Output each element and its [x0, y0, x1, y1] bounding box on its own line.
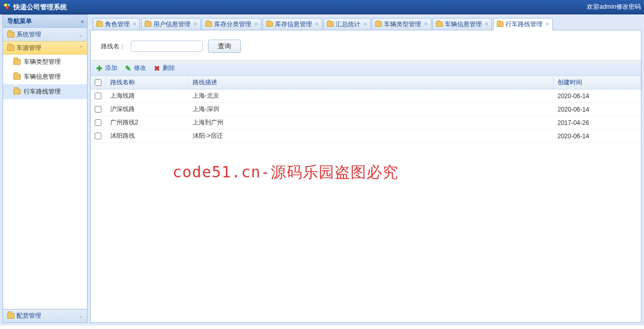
- sidebar-item-route[interactable]: 行车路线管理: [3, 84, 87, 99]
- tab[interactable]: 角色管理×: [93, 18, 140, 30]
- welcome-text[interactable]: 欢迎admin修改密码: [587, 3, 641, 11]
- tab-label: 行车路线管理: [506, 20, 543, 29]
- folder-icon: [13, 59, 21, 65]
- row-checkbox[interactable]: [95, 93, 101, 99]
- tab[interactable]: 行车路线管理×: [493, 18, 553, 30]
- plus-icon: ✚: [96, 65, 103, 72]
- folder-icon: [96, 22, 103, 27]
- close-icon[interactable]: ×: [363, 21, 367, 28]
- tab-label: 库存信息管理: [275, 20, 312, 29]
- data-grid: ✚添加 ✎修改 ✖删除 路线名称 路线描述 创建时间 上海线路上海-北京2020…: [91, 60, 641, 322]
- folder-icon: [375, 22, 382, 27]
- chevron-down-icon: ⌄: [79, 32, 83, 38]
- add-button[interactable]: ✚添加: [96, 64, 117, 72]
- app-logo-icon: [3, 2, 11, 12]
- delete-icon: ✖: [153, 65, 161, 72]
- tab[interactable]: 库存信息管理×: [263, 18, 322, 30]
- folder-icon: [145, 22, 151, 27]
- pencil-icon: ✎: [125, 65, 132, 72]
- tab-label: 用户信息管理: [153, 20, 190, 29]
- app-title: 快递公司管理系统: [13, 3, 67, 12]
- cell-desc: 沭阳->宿迁: [188, 132, 553, 140]
- tab-label: 车辆信息管理: [445, 20, 482, 29]
- sidebar-title: 导航菜单 «: [3, 14, 88, 28]
- cell-date: 2020-06-14: [553, 133, 641, 140]
- col-route-name[interactable]: 路线名称: [106, 76, 188, 89]
- close-icon[interactable]: ×: [133, 21, 136, 28]
- add-label: 添加: [105, 64, 117, 72]
- tree-item-label: 车辆类型管理: [24, 58, 61, 66]
- table-row[interactable]: 沪深线路上海-深圳2020-06-14: [91, 103, 641, 116]
- accordion-label: 配货管理: [16, 312, 41, 320]
- cell-desc: 上海到广州: [188, 118, 553, 127]
- main-content: 角色管理×用户信息管理×库存分类管理×库存信息管理×汇总统计×车辆类型管理×车辆…: [90, 14, 644, 325]
- tab[interactable]: 库存分类管理×: [202, 18, 262, 30]
- tab[interactable]: 车辆类型管理×: [372, 18, 431, 30]
- select-all-checkbox[interactable]: [95, 79, 101, 86]
- folder-icon: [266, 22, 273, 27]
- tab[interactable]: 用户信息管理×: [141, 18, 201, 30]
- folder-icon: [497, 22, 503, 27]
- collapse-sidebar-icon[interactable]: «: [81, 18, 83, 24]
- route-name-input[interactable]: [131, 41, 203, 52]
- folder-icon: [327, 22, 334, 27]
- tree-item-label: 车辆信息管理: [24, 72, 61, 81]
- tab-label: 汇总统计: [336, 20, 360, 29]
- edit-label: 修改: [134, 64, 146, 72]
- tab[interactable]: 车辆信息管理×: [432, 18, 492, 30]
- close-icon[interactable]: ×: [194, 21, 197, 28]
- folder-icon: [7, 313, 14, 319]
- accordion-system[interactable]: 系统管理 ⌄: [3, 28, 87, 41]
- grid-header: 路线名称 路线描述 创建时间: [91, 76, 641, 89]
- app-header: 快递公司管理系统 欢迎admin修改密码: [0, 0, 644, 14]
- close-icon[interactable]: ×: [485, 21, 489, 28]
- cell-date: 2020-06-14: [553, 93, 641, 100]
- row-checkbox[interactable]: [95, 133, 101, 139]
- row-checkbox[interactable]: [95, 106, 101, 113]
- folder-icon: [7, 45, 14, 51]
- delete-label: 删除: [163, 64, 175, 72]
- tab-label: 库存分类管理: [214, 20, 251, 29]
- edit-button[interactable]: ✎修改: [125, 64, 146, 72]
- col-route-desc[interactable]: 路线描述: [188, 76, 553, 89]
- tree-item-label: 行车路线管理: [24, 87, 61, 96]
- tab[interactable]: 汇总统计×: [323, 18, 371, 30]
- svg-point-2: [6, 6, 9, 9]
- chevron-down-icon: ⌄: [79, 313, 83, 319]
- cell-name: 沭阳路线: [106, 132, 188, 140]
- close-icon[interactable]: ×: [254, 21, 258, 28]
- col-create-time[interactable]: 创建时间: [553, 76, 641, 89]
- sidebar-title-label: 导航菜单: [7, 17, 32, 26]
- accordion-label: 系统管理: [16, 30, 41, 39]
- cell-desc: 上海-北京: [188, 92, 553, 100]
- table-row[interactable]: 广州路线2上海到广州2017-04-26: [91, 116, 641, 130]
- folder-icon: [13, 74, 21, 80]
- tab-label: 车辆类型管理: [384, 20, 421, 29]
- close-icon[interactable]: ×: [315, 21, 319, 28]
- accordion-body: 车辆类型管理 车辆信息管理 行车路线管理: [3, 54, 87, 309]
- close-icon[interactable]: ×: [546, 21, 549, 28]
- cell-date: 2017-04-26: [553, 119, 641, 126]
- tab-bar: 角色管理×用户信息管理×库存分类管理×库存信息管理×汇总统计×车辆类型管理×车辆…: [90, 17, 641, 30]
- folder-icon: [205, 22, 212, 27]
- grid-toolbar: ✚添加 ✎修改 ✖删除: [91, 61, 641, 76]
- sidebar-item-vehicle-type[interactable]: 车辆类型管理: [3, 54, 87, 69]
- sidebar-item-vehicle-info[interactable]: 车辆信息管理: [3, 69, 87, 84]
- cell-date: 2020-06-14: [553, 106, 641, 113]
- search-button[interactable]: 查询: [208, 40, 241, 53]
- accordion-label: 车源管理: [16, 44, 41, 52]
- delete-button[interactable]: ✖删除: [153, 64, 175, 72]
- table-row[interactable]: 沭阳路线沭阳->宿迁2020-06-14: [91, 130, 641, 143]
- table-row[interactable]: 上海线路上海-北京2020-06-14: [91, 89, 641, 103]
- sidebar: 导航菜单 « 系统管理 ⌄ 车源管理 ⌃ 车辆类型管理 车辆信息管理: [0, 14, 90, 325]
- row-checkbox[interactable]: [95, 119, 101, 126]
- folder-icon: [436, 22, 443, 27]
- accordion-vehicle-source[interactable]: 车源管理 ⌃: [3, 41, 87, 54]
- search-label: 路线名：: [101, 42, 126, 51]
- tab-panel: 路线名： 查询 ✚添加 ✎修改 ✖删除 路线名称 路线描述 创建时间 上海线路上…: [90, 30, 641, 323]
- folder-icon: [13, 89, 21, 95]
- close-icon[interactable]: ×: [424, 21, 428, 28]
- accordion-distribution[interactable]: 配货管理 ⌄: [3, 309, 87, 322]
- cell-name: 广州路线2: [106, 118, 188, 127]
- select-all-header[interactable]: [91, 76, 106, 89]
